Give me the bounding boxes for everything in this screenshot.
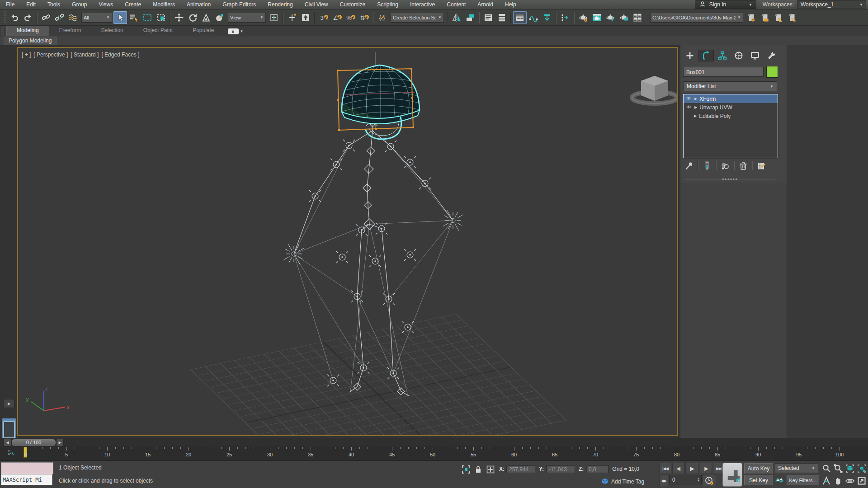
select-by-name-button[interactable] — [127, 11, 141, 24]
schematic-view-button[interactable] — [540, 11, 554, 24]
menu-group[interactable]: Group — [66, 0, 93, 9]
next-frame-slider-button[interactable]: ▶ — [56, 439, 64, 446]
ribbon-drag-handle[interactable] — [1, 27, 4, 35]
ribbon-tab-populate[interactable]: Populate — [183, 26, 224, 36]
set-keys-button[interactable] — [722, 463, 742, 487]
show-end-result-button[interactable] — [701, 160, 713, 171]
polygon-modeling-panel-tab[interactable]: Polygon Modeling — [4, 37, 57, 45]
zoom-all-button[interactable] — [832, 463, 844, 474]
ribbon-tab-freeform[interactable]: Freeform — [49, 26, 91, 36]
expand-arrow-icon[interactable]: ▶ — [694, 114, 697, 118]
ribbon-tab-modeling[interactable]: Modeling — [6, 26, 49, 36]
previous-frame-slider-button[interactable]: ◀ — [4, 439, 11, 446]
select-and-scale-button[interactable] — [199, 11, 213, 24]
toggle-scene-explorer-button[interactable] — [481, 11, 495, 24]
viewport-pov-menu[interactable]: [ Perspective ] — [33, 52, 68, 58]
maximize-viewport-toggle-button[interactable] — [856, 475, 867, 486]
time-configuration-button[interactable] — [703, 475, 716, 486]
perspective-viewport[interactable]: z x y [ + ] [ Perspective ] [ Standard ]… — [17, 47, 678, 436]
workspace-dropdown[interactable]: Workspace_1 ▼ — [797, 0, 866, 9]
reference-coordinate-system-dropdown[interactable]: View▼ — [228, 13, 266, 23]
save-project-button[interactable] — [772, 11, 785, 24]
visibility-eye-icon[interactable] — [685, 95, 692, 103]
project-settings-button[interactable] — [745, 11, 758, 24]
remove-modifier-button[interactable] — [737, 160, 749, 171]
menu-help[interactable]: Help — [499, 0, 522, 9]
menu-scripting[interactable]: Scripting — [371, 0, 404, 9]
select-and-move-button[interactable] — [172, 11, 186, 24]
y-coordinate-field[interactable]: -11,043 — [546, 465, 575, 473]
viewport-renderer-menu[interactable]: [ Standard ] — [71, 52, 99, 58]
display-panel-tab[interactable] — [747, 50, 763, 61]
modifier-stack-item-editable-poly[interactable]: ▶Editable Poly — [684, 112, 778, 120]
open-project-folder-button[interactable] — [758, 11, 772, 24]
hierarchy-panel-tab[interactable] — [715, 50, 730, 61]
menu-rendering[interactable]: Rendering — [262, 0, 298, 9]
menu-create[interactable]: Create — [119, 0, 147, 9]
render-in-cloud-button[interactable] — [617, 11, 631, 24]
pin-stack-button[interactable] — [683, 160, 695, 171]
object-name-field[interactable]: Box001 — [683, 67, 764, 77]
panel-resize-grip[interactable]: ●●●●●● — [722, 177, 738, 181]
x-coordinate-field[interactable]: 257,944 — [506, 465, 535, 473]
toggle-ribbon-button[interactable] — [513, 11, 527, 24]
menu-customize[interactable]: Customize — [334, 0, 372, 9]
toggle-layer-explorer-button[interactable] — [495, 11, 509, 24]
expand-arrow-icon[interactable]: ▶ — [694, 97, 697, 101]
zoom-extents-button[interactable] — [844, 463, 855, 474]
rectangular-selection-region-button[interactable] — [141, 11, 154, 24]
menu-animation[interactable]: Animation — [181, 0, 217, 9]
zoom-button[interactable] — [821, 463, 832, 474]
menu-civil-view[interactable]: Civil View — [299, 0, 334, 9]
object-color-swatch[interactable] — [766, 66, 778, 78]
selection-lock-toggle[interactable] — [474, 465, 483, 474]
pan-button[interactable] — [832, 475, 844, 486]
render-setup-button[interactable] — [576, 11, 590, 24]
menu-content[interactable]: Content — [441, 0, 472, 9]
play-button[interactable]: ▶ — [685, 463, 699, 474]
ribbon-tab-selection[interactable]: Selection — [91, 26, 133, 36]
key-mode-toggle-button[interactable]: ◀▶ — [659, 475, 668, 486]
select-and-rotate-button[interactable] — [186, 11, 199, 24]
rendered-frame-window-button[interactable] — [590, 11, 604, 24]
project-links-button[interactable] — [785, 11, 799, 24]
make-unique-button[interactable] — [719, 160, 731, 171]
spinner-snap-toggle-button[interactable]: ⇅ — [358, 11, 371, 24]
menu-views[interactable]: Views — [93, 0, 119, 9]
go-to-start-button[interactable]: |◀◀ — [659, 463, 671, 474]
set-key-button[interactable]: Set Key — [744, 475, 773, 486]
snaps-toggle-button[interactable]: 3 — [317, 11, 330, 24]
redo-button[interactable] — [21, 11, 35, 24]
select-and-place-button[interactable] — [213, 11, 226, 24]
menu-graph-editors[interactable]: Graph Editors — [217, 0, 262, 9]
particle-view-button[interactable] — [558, 11, 572, 24]
window-crossing-toggle-button[interactable] — [154, 11, 168, 24]
key-mode-dropdown[interactable]: Selected ▼ — [775, 463, 818, 473]
open-mini-curve-editor-button[interactable] — [6, 449, 15, 457]
percent-snap-toggle-button[interactable]: % — [344, 11, 358, 24]
select-and-link-button[interactable] — [39, 11, 53, 24]
modify-panel-tab[interactable] — [698, 50, 714, 61]
angle-snap-toggle-button[interactable]: ∠ — [330, 11, 344, 24]
menu-interactive[interactable]: Interactive — [404, 0, 441, 9]
menu-arnold[interactable]: Arnold — [472, 0, 499, 9]
absolute-relative-coords-toggle[interactable] — [486, 465, 495, 474]
menu-tools[interactable]: Tools — [42, 0, 66, 9]
isolate-selection-toggle[interactable] — [461, 465, 471, 474]
viewport-shading-menu[interactable]: [ Edged Faces ] — [101, 52, 139, 58]
create-panel-tab[interactable] — [682, 50, 698, 61]
keyboard-shortcut-override-button[interactable] — [299, 11, 312, 24]
ribbon-tab-object-paint[interactable]: Object Paint — [133, 26, 183, 36]
next-frame-button[interactable]: ||▶ — [700, 463, 712, 474]
named-selection-sets-dropdown[interactable]: Create Selection Se▼ — [391, 13, 444, 23]
menu-file[interactable]: File — [0, 0, 20, 9]
sign-in-button[interactable]: Sign In ▼ — [695, 0, 756, 9]
use-pivot-point-center-button[interactable] — [267, 11, 281, 24]
expand-layout-tabs-button[interactable]: ▶ — [4, 399, 14, 408]
render-production-button[interactable] — [604, 11, 617, 24]
bind-to-space-warp-button[interactable] — [66, 11, 80, 24]
previous-frame-button[interactable]: ◀|| — [672, 463, 684, 474]
modifier-list-dropdown[interactable]: Modifier List ▼ — [683, 81, 777, 91]
project-folder-dropdown[interactable]: C:\Users\GIGA\Documents\3ds Max 2020▼ — [650, 13, 743, 23]
select-object-button[interactable] — [113, 11, 127, 24]
